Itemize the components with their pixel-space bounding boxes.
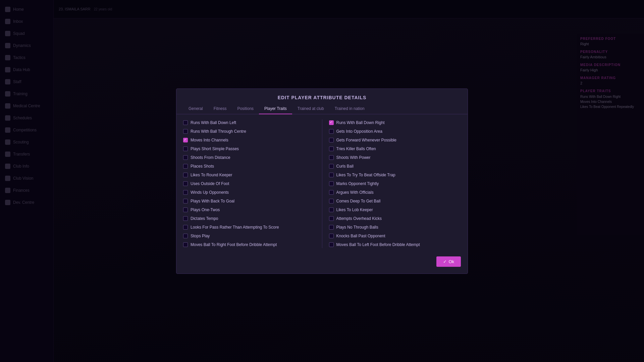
column-divider (322, 119, 322, 248)
checkbox-left-stops-play[interactable] (183, 234, 188, 238)
checkbox-right-likes-to-try-beat-offside-trap[interactable] (329, 173, 334, 177)
list-item: Shoots From Distance (183, 154, 315, 161)
trait-label-left-likes-to-round-keeper: Likes To Round Keeper (191, 173, 232, 177)
trait-label-right-attempts-overhead-kicks: Attempts Overhead Kicks (336, 216, 382, 221)
checkbox-right-gets-into-opposition-area[interactable] (329, 129, 334, 134)
checkbox-left-likes-to-round-keeper[interactable] (183, 173, 188, 177)
trait-label-left-runs-ball-down-left: Runs With Ball Down Left (191, 120, 236, 125)
tab-general[interactable]: General (183, 104, 208, 114)
checkbox-left-places-shots[interactable] (183, 164, 188, 169)
trait-label-left-moves-ball-right-foot: Moves Ball To Right Foot Before Dribble … (191, 242, 277, 247)
checkbox-left-winds-up-opponents[interactable] (183, 190, 188, 195)
trait-label-left-runs-ball-through-centre: Runs With Ball Through Centre (191, 129, 246, 134)
checkbox-right-argues-with-officials[interactable] (329, 190, 334, 195)
modal-tabs: General Fitness Positions Player Traits … (176, 104, 468, 114)
list-item: Moves Ball To Left Foot Before Dribble A… (329, 241, 461, 248)
trait-label-right-curls-ball: Curls Ball (336, 164, 354, 169)
checkbox-right-attempts-overhead-kicks[interactable] (329, 216, 334, 221)
checkbox-right-moves-ball-left-foot[interactable] (329, 242, 334, 247)
checkbox-left-moves-into-channels[interactable] (183, 138, 188, 142)
trait-label-left-plays-one-twos: Plays One-Twos (191, 207, 220, 212)
list-item: Moves Ball To Right Foot Before Dribble … (183, 241, 315, 248)
trait-label-right-gets-forward-whenever-possible: Gets Forward Whenever Possible (336, 138, 396, 142)
checkbox-right-comes-deep-to-get-ball[interactable] (329, 199, 334, 203)
tab-positions[interactable]: Positions (232, 104, 259, 114)
trait-label-right-tries-killer-balls-often: Tries Killer Balls Often (336, 146, 376, 151)
checkbox-right-tries-killer-balls-often[interactable] (329, 146, 334, 151)
list-item: Knocks Ball Past Opponent (329, 233, 461, 239)
trait-label-left-places-shots: Places Shots (191, 164, 214, 169)
list-item: Runs With Ball Down Left (183, 119, 315, 126)
list-item: Plays No Through Balls (329, 224, 461, 231)
trait-label-right-comes-deep-to-get-ball: Comes Deep To Get Ball (336, 199, 381, 203)
list-item: Argues With Officials (329, 189, 461, 196)
checkbox-left-plays-short-simple-passes[interactable] (183, 146, 188, 151)
checkbox-right-shoots-with-power[interactable] (329, 155, 334, 160)
checkbox-left-runs-ball-down-left[interactable] (183, 120, 188, 125)
trait-label-left-stops-play: Stops Play (191, 234, 210, 238)
trait-label-left-moves-into-channels: Moves Into Channels (191, 138, 228, 142)
list-item: Runs With Ball Down Right (329, 119, 461, 126)
trait-label-left-uses-outside-of-foot: Uses Outside Of Foot (191, 181, 229, 186)
trait-label-left-dictates-tempo: Dictates Tempo (191, 216, 218, 221)
list-item: Dictates Tempo (183, 215, 315, 222)
trait-label-left-shoots-from-distance: Shoots From Distance (191, 155, 230, 160)
checkbox-right-gets-forward-whenever-possible[interactable] (329, 138, 334, 142)
trait-label-right-argues-with-officials: Argues With Officials (336, 190, 374, 195)
checkbox-left-plays-one-twos[interactable] (183, 207, 188, 212)
checkbox-right-curls-ball[interactable] (329, 164, 334, 169)
trait-label-left-plays-short-simple-passes: Plays Short Simple Passes (191, 146, 239, 151)
trait-label-right-likes-to-lob-keeper: Likes To Lob Keeper (336, 207, 373, 212)
checkbox-right-runs-ball-down-right[interactable] (329, 120, 334, 125)
checkbox-left-shoots-from-distance[interactable] (183, 155, 188, 160)
list-item: Likes To Round Keeper (183, 172, 315, 178)
list-item: Curls Ball (329, 163, 461, 170)
list-item: Uses Outside Of Foot (183, 180, 315, 187)
modal-backdrop: EDIT PLAYER ATTRIBUTE DETAILS General Fi… (0, 0, 644, 362)
checkbox-left-runs-ball-through-centre[interactable] (183, 129, 188, 134)
trait-label-right-shoots-with-power: Shoots With Power (336, 155, 371, 160)
ok-button[interactable]: ✓ Ok (436, 256, 461, 267)
list-item: Stops Play (183, 233, 315, 239)
trait-label-right-moves-ball-left-foot: Moves Ball To Left Foot Before Dribble A… (336, 242, 420, 247)
list-item: Places Shots (183, 163, 315, 170)
tab-fitness[interactable]: Fitness (208, 104, 232, 114)
checkbox-right-likes-to-lob-keeper[interactable] (329, 207, 334, 212)
edit-player-attributes-modal: EDIT PLAYER ATTRIBUTE DETAILS General Fi… (176, 88, 468, 274)
trait-label-right-plays-no-through-balls: Plays No Through Balls (336, 225, 378, 230)
list-item: Winds Up Opponents (183, 189, 315, 196)
checkbox-left-dictates-tempo[interactable] (183, 216, 188, 221)
trait-label-left-winds-up-opponents: Winds Up Opponents (191, 190, 229, 195)
list-item: Moves Into Channels (183, 137, 315, 143)
tab-trained-in-nation[interactable]: Trained in nation (329, 104, 370, 114)
checkbox-left-uses-outside-of-foot[interactable] (183, 181, 188, 186)
checkbox-left-plays-with-back-to-goal[interactable] (183, 199, 188, 203)
ok-checkmark-icon: ✓ (443, 259, 447, 264)
trait-label-right-gets-into-opposition-area: Gets Into Opposition Area (336, 129, 382, 134)
modal-title: EDIT PLAYER ATTRIBUTE DETAILS (176, 89, 468, 104)
list-item: Runs With Ball Through Centre (183, 128, 315, 135)
list-item: Marks Opponent Tightly (329, 180, 461, 187)
left-traits-column: Runs With Ball Down LeftRuns With Ball T… (183, 119, 315, 248)
trait-label-right-likes-to-try-beat-offside-trap: Likes To Try To Beat Offside Trap (336, 173, 395, 177)
list-item: Plays With Back To Goal (183, 198, 315, 204)
tab-player-traits[interactable]: Player Traits (259, 104, 292, 114)
list-item: Plays One-Twos (183, 206, 315, 213)
trait-label-right-knocks-ball-past-opponent: Knocks Ball Past Opponent (336, 234, 385, 238)
list-item: Attempts Overhead Kicks (329, 215, 461, 222)
list-item: Looks For Pass Rather Than Attempting To… (183, 224, 315, 231)
modal-body: Runs With Ball Down LeftRuns With Ball T… (176, 114, 468, 253)
checkbox-right-marks-opponent-tightly[interactable] (329, 181, 334, 186)
list-item: Comes Deep To Get Ball (329, 198, 461, 204)
trait-label-left-looks-for-pass: Looks For Pass Rather Than Attempting To… (191, 225, 279, 230)
checkbox-right-plays-no-through-balls[interactable] (329, 225, 334, 230)
trait-label-right-marks-opponent-tightly: Marks Opponent Tightly (336, 181, 379, 186)
checkbox-left-looks-for-pass[interactable] (183, 225, 188, 230)
checkbox-right-knocks-ball-past-opponent[interactable] (329, 234, 334, 238)
list-item: Shoots With Power (329, 154, 461, 161)
modal-footer: ✓ Ok (176, 253, 468, 267)
trait-label-right-runs-ball-down-right: Runs With Ball Down Right (336, 120, 385, 125)
tab-trained-at-club[interactable]: Trained at club (292, 104, 329, 114)
right-traits-column: Runs With Ball Down RightGets Into Oppos… (329, 119, 461, 248)
checkbox-left-moves-ball-right-foot[interactable] (183, 242, 188, 247)
